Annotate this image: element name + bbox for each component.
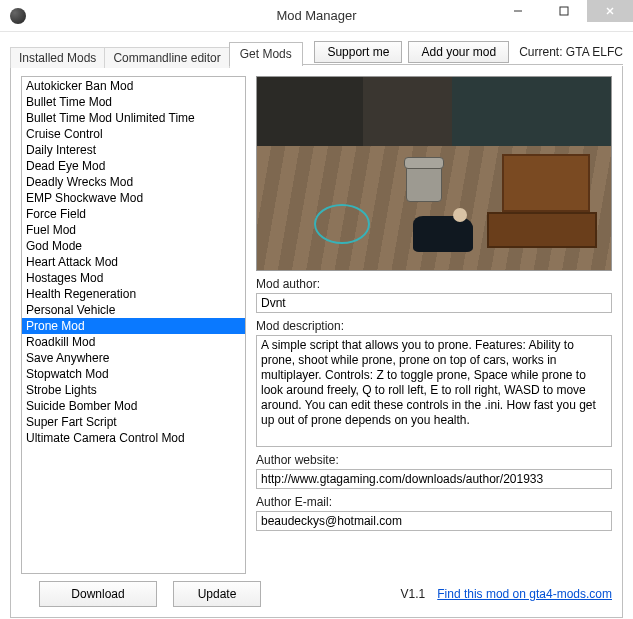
download-button[interactable]: Download xyxy=(39,581,157,607)
mod-description-field[interactable]: A simple script that allows you to prone… xyxy=(256,335,612,447)
add-your-mod-button[interactable]: Add your mod xyxy=(408,41,509,63)
bottom-row: Download Update V1.1 Find this mod on gt… xyxy=(21,581,612,607)
list-item[interactable]: Daily Interest xyxy=(22,142,245,158)
update-button[interactable]: Update xyxy=(173,581,261,607)
list-item[interactable]: Bullet Time Mod Unlimited Time xyxy=(22,110,245,126)
list-item[interactable]: Save Anywhere xyxy=(22,350,245,366)
list-item[interactable]: Roadkill Mod xyxy=(22,334,245,350)
tab-installed-mods[interactable]: Installed Mods xyxy=(10,47,105,68)
mods-listbox[interactable]: Autokicker Ban ModBullet Time ModBullet … xyxy=(21,76,246,574)
minimize-icon xyxy=(513,6,523,16)
list-item[interactable]: Health Regeneration xyxy=(22,286,245,302)
list-item[interactable]: Dead Eye Mod xyxy=(22,158,245,174)
close-button[interactable] xyxy=(587,0,633,22)
list-item[interactable]: Cruise Control xyxy=(22,126,245,142)
titlebar: Mod Manager xyxy=(0,0,633,32)
list-item[interactable]: Ultimate Camera Control Mod xyxy=(22,430,245,446)
list-item[interactable]: Suicide Bomber Mod xyxy=(22,398,245,414)
list-item[interactable]: Force Field xyxy=(22,206,245,222)
close-icon xyxy=(605,6,615,16)
author-website-label: Author website: xyxy=(256,453,612,467)
tab-commandline-editor[interactable]: Commandline editor xyxy=(104,47,229,68)
author-email-field[interactable] xyxy=(256,511,612,531)
list-item[interactable]: EMP Shockwave Mod xyxy=(22,190,245,206)
maximize-icon xyxy=(559,6,569,16)
list-item[interactable]: Bullet Time Mod xyxy=(22,94,245,110)
tab-panel-get-mods: Autokicker Ban ModBullet Time ModBullet … xyxy=(10,66,623,618)
find-mod-link[interactable]: Find this mod on gta4-mods.com xyxy=(437,587,612,601)
list-item[interactable]: Autokicker Ban Mod xyxy=(22,78,245,94)
top-row: Installed Mods Commandline editor Get Mo… xyxy=(10,38,623,66)
list-item[interactable]: Deadly Wrecks Mod xyxy=(22,174,245,190)
author-email-label: Author E-mail: xyxy=(256,495,612,509)
list-item[interactable]: Fuel Mod xyxy=(22,222,245,238)
list-item[interactable]: Heart Attack Mod xyxy=(22,254,245,270)
maximize-button[interactable] xyxy=(541,0,587,22)
list-item[interactable]: God Mode xyxy=(22,238,245,254)
app-icon xyxy=(10,8,26,24)
mod-screenshot xyxy=(256,76,612,271)
svg-rect-1 xyxy=(560,7,568,15)
tabs: Installed Mods Commandline editor Get Mo… xyxy=(10,39,302,65)
list-item[interactable]: Strobe Lights xyxy=(22,382,245,398)
list-item[interactable]: Stopwatch Mod xyxy=(22,366,245,382)
list-item[interactable]: Prone Mod xyxy=(22,318,245,334)
mod-author-label: Mod author: xyxy=(256,277,612,291)
tab-get-mods[interactable]: Get Mods xyxy=(229,42,303,66)
client-area: Installed Mods Commandline editor Get Mo… xyxy=(0,32,633,619)
list-item[interactable]: Personal Vehicle xyxy=(22,302,245,318)
list-item[interactable]: Hostages Mod xyxy=(22,270,245,286)
minimize-button[interactable] xyxy=(495,0,541,22)
mod-description-label: Mod description: xyxy=(256,319,612,333)
version-label: V1.1 xyxy=(401,587,426,601)
mod-detail: Mod author: Mod description: A simple sc… xyxy=(256,76,612,574)
list-item[interactable]: Super Fart Script xyxy=(22,414,245,430)
window-buttons xyxy=(495,0,633,22)
author-website-field[interactable] xyxy=(256,469,612,489)
current-game-label: Current: GTA ELFC xyxy=(519,45,623,59)
mod-author-field[interactable] xyxy=(256,293,612,313)
support-me-button[interactable]: Support me xyxy=(314,41,402,63)
